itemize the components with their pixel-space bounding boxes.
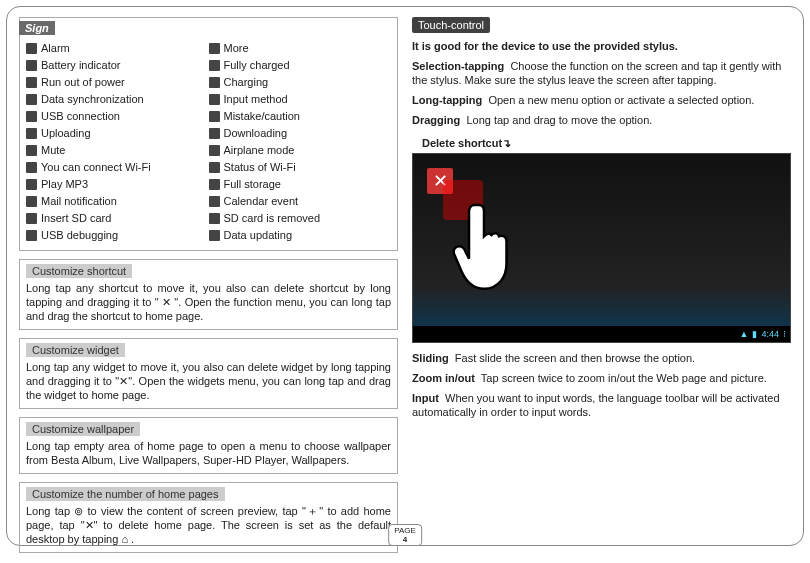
sign-item-label: Run out of power [41, 74, 125, 91]
long-tapping-body: Open a new menu option or activate a sel… [488, 94, 754, 106]
sd-remove-icon [209, 213, 220, 224]
battery-empty-icon [26, 77, 37, 88]
sign-item-label: Insert SD card [41, 210, 111, 227]
sliding-title: Sliding [412, 352, 449, 364]
sign-item-label: Mail notification [41, 193, 117, 210]
system-bar: ▲ ▮ 4:44 ⁝ [413, 326, 790, 342]
mute-icon [26, 145, 37, 156]
battery-full-icon [209, 60, 220, 71]
calendar-icon [209, 196, 220, 207]
zoom-title: Zoom in/out [412, 372, 475, 384]
input-method-icon [209, 94, 220, 105]
section-body: Long tap any widget to move it, you also… [26, 360, 391, 402]
usb-debug-icon [26, 230, 37, 241]
sign-item-label: Calendar event [224, 193, 299, 210]
sign-item-label: More [224, 40, 249, 57]
page-number: PAGE 4 [388, 524, 422, 546]
sign-item-label: Fully charged [224, 57, 290, 74]
manual-page: Sign Alarm Battery indicator Run out of … [6, 6, 804, 546]
sliding-body: Fast slide the screen and then browse th… [455, 352, 695, 364]
sign-item-label: USB debugging [41, 227, 118, 244]
sync-icon [26, 94, 37, 105]
update-icon [209, 230, 220, 241]
section-title: Customize shortcut [26, 264, 132, 278]
section-body: Long tap any shortcut to move it, you al… [26, 281, 391, 323]
right-column: Touch-control It is good for the device … [412, 17, 791, 539]
sign-item-label: Full storage [224, 176, 281, 193]
customize-shortcut-box: Customize shortcut Long tap any shortcut… [19, 259, 398, 330]
long-tapping-title: Long-tapping [412, 94, 482, 106]
wifi-status-icon [209, 162, 220, 173]
sign-item-label: Data updating [224, 227, 293, 244]
sign-box: Sign Alarm Battery indicator Run out of … [19, 17, 398, 251]
sign-item-label: Charging [224, 74, 269, 91]
play-icon [26, 179, 37, 190]
sign-item-label: Battery indicator [41, 57, 120, 74]
storage-full-icon [209, 179, 220, 190]
page-num: 4 [403, 535, 407, 544]
sign-col-1: Alarm Battery indicator Run out of power… [26, 40, 209, 244]
airplane-icon [209, 145, 220, 156]
mail-icon [26, 196, 37, 207]
wifi-available-icon [26, 162, 37, 173]
more-icon [209, 43, 220, 54]
customize-pages-box: Customize the number of home pages Long … [19, 482, 398, 553]
sign-col-2: More Fully charged Charging Input method… [209, 40, 392, 244]
customize-wallpaper-box: Customize wallpaper Long tap empty area … [19, 417, 398, 474]
section-body: Long tap empty area of home page to open… [26, 439, 391, 467]
left-column: Sign Alarm Battery indicator Run out of … [19, 17, 398, 539]
section-title: Customize the number of home pages [26, 487, 225, 501]
settings-icon: ⁝ [783, 329, 786, 339]
input-title: Input [412, 392, 439, 404]
sign-item-label: Downloading [224, 125, 288, 142]
sign-item-label: Input method [224, 91, 288, 108]
sign-item-label: You can connect Wi-Fi [41, 159, 151, 176]
section-body: Long tap ⊚ to view the content of screen… [26, 504, 391, 546]
warning-icon [209, 111, 220, 122]
sign-item-label: Airplane mode [224, 142, 295, 159]
clock-text: 4:44 [761, 329, 779, 339]
delete-shortcut-label: Delete shortcut↴ [422, 137, 791, 150]
battery-icon [26, 60, 37, 71]
sd-insert-icon [26, 213, 37, 224]
usb-icon [26, 111, 37, 122]
battery-icon: ▮ [752, 329, 757, 339]
touch-control-title: Touch-control [412, 17, 490, 33]
customize-widget-box: Customize widget Long tap any widget to … [19, 338, 398, 409]
sign-item-label: Mistake/caution [224, 108, 300, 125]
dragging-title: Dragging [412, 114, 460, 126]
section-title: Customize wallpaper [26, 422, 140, 436]
charging-icon [209, 77, 220, 88]
sign-item-label: Data synchronization [41, 91, 144, 108]
sign-item-label: Alarm [41, 40, 70, 57]
hand-pointer-icon [449, 200, 529, 300]
sign-item-label: SD card is removed [224, 210, 321, 227]
dragging-body: Long tap and drag to move the option. [466, 114, 652, 126]
touch-intro: It is good for the device to use the pro… [412, 39, 791, 53]
alarm-icon [26, 43, 37, 54]
sign-item-label: Uploading [41, 125, 91, 142]
page-label: PAGE [394, 526, 416, 535]
download-icon [209, 128, 220, 139]
sign-item-label: Status of Wi-Fi [224, 159, 296, 176]
section-title: Customize widget [26, 343, 125, 357]
sign-item-label: USB connection [41, 108, 120, 125]
sign-item-label: Mute [41, 142, 65, 159]
sign-item-label: Play MP3 [41, 176, 88, 193]
upload-icon [26, 128, 37, 139]
device-screenshot: ✕ ▲ ▮ 4:44 ⁝ [412, 153, 791, 343]
wifi-icon: ▲ [740, 329, 749, 339]
input-body: When you want to input words, the langua… [412, 392, 780, 418]
zoom-body: Tap screen twice to zoom in/out the Web … [481, 372, 767, 384]
selection-tapping-title: Selection-tapping [412, 60, 504, 72]
sign-title: Sign [19, 21, 55, 35]
